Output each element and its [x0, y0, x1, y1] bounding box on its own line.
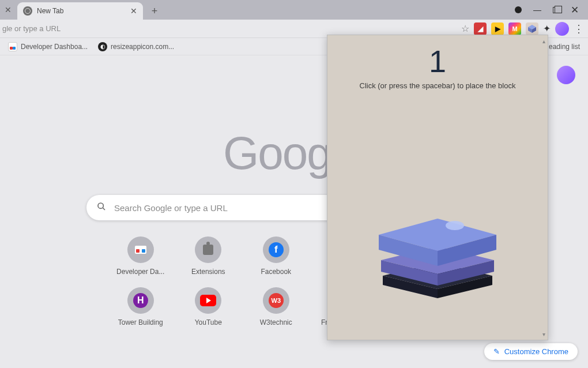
shortcut-w3technic-2[interactable]: W3 W3technic: [245, 287, 307, 326]
globe-icon: [23, 6, 32, 16]
shortcut-icon: [203, 245, 213, 255]
shortcut-label: Tower Building: [118, 318, 163, 326]
bookmark-label: Developer Dashboa...: [21, 43, 88, 51]
shortcut-label: YouTube: [195, 318, 222, 326]
extension-icon-play[interactable]: ▶: [491, 22, 504, 35]
shortcut-icon: H: [133, 293, 148, 308]
game-stage[interactable]: [327, 176, 548, 326]
svg-point-14: [446, 221, 464, 230]
shortcut-icon: W3: [269, 293, 284, 308]
extensions-puzzle-icon[interactable]: ✦: [543, 23, 551, 34]
popup-scrollbar[interactable]: ▴ ▾: [541, 37, 546, 337]
shortcut-tower-building[interactable]: H Tower Building: [110, 287, 172, 326]
close-button[interactable]: ✕: [571, 4, 579, 16]
bookmark-favicon: ◐: [98, 42, 107, 51]
reading-list-label: Reading list: [544, 43, 580, 51]
shortcut-facebook[interactable]: f Facebook: [245, 236, 307, 276]
toolbar-icons: ☆ ◢ ▶ M ✦ ⋮: [461, 22, 585, 36]
game-block-icon: [363, 176, 512, 303]
game-hint: Click (or press the spacebar) to place t…: [327, 81, 548, 90]
customize-label: Customize Chrome: [504, 347, 568, 356]
bookmark-star-icon[interactable]: ☆: [461, 23, 469, 34]
browser-tab[interactable]: New Tab ✕: [17, 2, 143, 20]
shortcut-icon: [200, 295, 216, 306]
maximize-button[interactable]: [553, 7, 559, 13]
extension-popup-tower-game[interactable]: 1 Click (or press the spacebar) to place…: [327, 35, 548, 340]
tab-title: New Tab: [37, 7, 126, 15]
tab-close-icon[interactable]: ✕: [130, 6, 137, 16]
pencil-icon: ✎: [493, 347, 500, 356]
bookmark-favicon: [8, 42, 17, 51]
extension-icon-tower-game[interactable]: [526, 22, 538, 35]
profile-avatar-icon[interactable]: [555, 22, 569, 36]
bookmark-developer-dashboard[interactable]: Developer Dashboa...: [8, 42, 88, 51]
shortcut-extensions[interactable]: Extensions: [178, 236, 240, 276]
extension-icon-m[interactable]: M: [508, 22, 521, 35]
svg-point-3: [98, 203, 103, 208]
shortcut-icon: f: [269, 242, 284, 257]
address-bar[interactable]: gle or type a URL: [0, 24, 63, 33]
shortcut-label: W3technic: [260, 318, 292, 326]
shortcut-youtube[interactable]: YouTube: [178, 287, 240, 326]
window-titlebar: ✕ New Tab ✕ + — ✕: [0, 0, 588, 20]
svg-line-4: [103, 208, 105, 210]
shortcut-developer-dashboard[interactable]: Developer Da...: [110, 236, 172, 276]
close-icon-left[interactable]: ✕: [5, 5, 12, 14]
scroll-up-icon[interactable]: ▴: [541, 37, 546, 44]
search-placeholder: Search Google or type a URL: [114, 203, 228, 213]
profile-avatar-large[interactable]: [557, 66, 575, 84]
chrome-menu-icon[interactable]: ⋮: [574, 22, 582, 35]
shortcut-label: Developer Da...: [116, 268, 164, 276]
bookmark-resizeappicon[interactable]: ◐ resizeappicon.com...: [98, 42, 174, 51]
shortcut-label: Extensions: [191, 268, 225, 276]
shortcut-label: Facebook: [261, 268, 291, 276]
shortcut-icon: [135, 246, 146, 254]
search-icon: [97, 202, 106, 213]
minimize-button[interactable]: —: [533, 5, 541, 14]
customize-chrome-button[interactable]: ✎ Customize Chrome: [484, 343, 578, 360]
account-indicator-icon[interactable]: [515, 6, 522, 13]
scroll-down-icon[interactable]: ▾: [541, 331, 546, 337]
bookmark-label: resizeappicon.com...: [111, 43, 174, 51]
game-score: 1: [327, 43, 548, 79]
new-tab-button[interactable]: +: [148, 4, 161, 18]
window-controls: — ✕: [509, 0, 585, 20]
extension-icon-red[interactable]: ◢: [474, 22, 487, 35]
